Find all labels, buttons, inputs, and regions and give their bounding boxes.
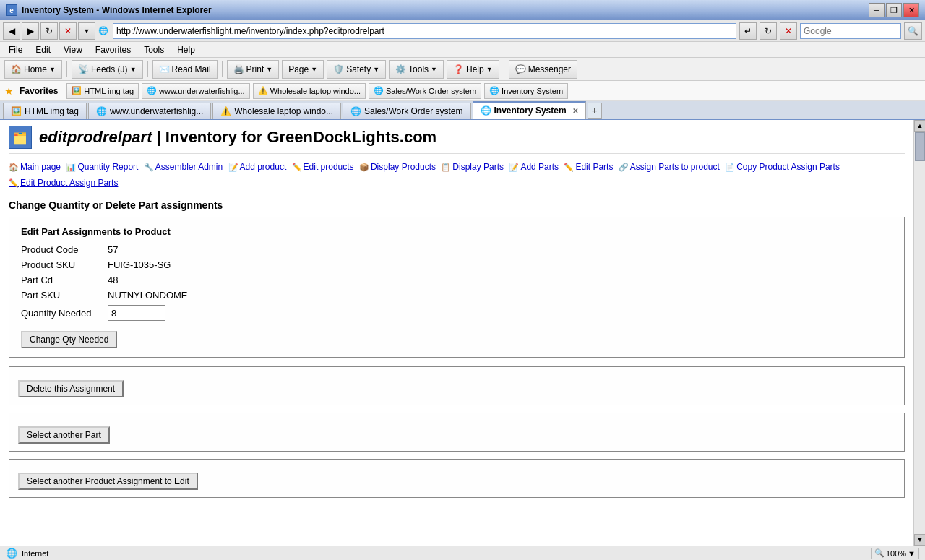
delete-section: Delete this Assignment (9, 366, 905, 405)
page-header: 🗂️ editprodrelpart | Inventory for Green… (9, 126, 905, 154)
nav-quantity-report[interactable]: 📊Quantity Report (66, 162, 138, 172)
tab-icon-4: 🌐 (481, 105, 491, 116)
delete-assignment-button[interactable]: Delete this Assignment (18, 380, 124, 397)
back-button[interactable]: ◀ (3, 22, 20, 40)
menu-tools[interactable]: Tools (138, 43, 170, 56)
feeds-button[interactable]: 📡 Feeds (J) ▼ (72, 60, 143, 79)
menu-edit[interactable]: Edit (30, 43, 56, 56)
restore-button[interactable]: ❐ (886, 3, 902, 17)
tabs-bar: 🖼️ HTML img tag 🌐 www.underwaterfishlig.… (0, 101, 925, 120)
zoom-level: 100% (886, 549, 906, 558)
menu-bar: File Edit View Favorites Tools Help (0, 42, 925, 58)
tools-button[interactable]: ⚙️ Tools ▼ (389, 60, 444, 79)
scroll-up-button[interactable]: ▲ (914, 120, 925, 132)
window-title: Inventory System - Windows Internet Expl… (22, 5, 212, 15)
nav-main-page[interactable]: 🏠Main page (9, 162, 61, 172)
nav-add-product[interactable]: 📝Add product (228, 162, 287, 172)
internet-icon: 🌐 (6, 548, 17, 559)
forward-button[interactable]: ▶ (22, 22, 39, 40)
select-another-part-button[interactable]: Select another Part (18, 426, 110, 444)
window-controls: ─ ❐ ✕ (869, 3, 919, 17)
stop-button[interactable]: ✕ (59, 22, 77, 40)
minimize-button[interactable]: ─ (869, 3, 885, 17)
toolbar-separator-1 (66, 61, 67, 77)
nav-edit-product-assign[interactable]: ✏️Edit Product Assign Parts (9, 178, 118, 188)
nav-links: 🏠Main page 📊Quantity Report 🔧Assembler A… (9, 160, 905, 191)
select-part-section: Select another Part (9, 413, 905, 452)
menu-file[interactable]: File (3, 43, 28, 56)
safety-button[interactable]: 🛡️ Safety ▼ (327, 60, 386, 79)
refresh-btn2[interactable]: ↻ (760, 22, 777, 40)
tab-inventory-system[interactable]: 🌐 Inventory System ✕ (473, 101, 586, 119)
scrollbar[interactable]: ▲ ▼ (913, 120, 925, 546)
app-icon: e (6, 4, 17, 16)
tools-dropdown-icon: ▼ (431, 66, 437, 73)
nav-assembler-admin[interactable]: 🔧Assembler Admin (144, 162, 223, 172)
toolbar-separator-4 (504, 61, 504, 77)
nav-add-parts[interactable]: 📝Add Parts (509, 162, 559, 172)
fav-sales-work-order[interactable]: 🌐 Sales/Work Order system (369, 83, 481, 99)
zoom-control[interactable]: 🔍 100% ▼ (871, 548, 919, 559)
status-right: 🔍 100% ▼ (871, 548, 919, 559)
nav-dropdown[interactable]: ▼ (78, 22, 95, 40)
messenger-icon: 💬 (515, 64, 526, 74)
favorites-label: Favorites (20, 86, 58, 96)
product-code-row: Product Code 57 (21, 244, 892, 255)
menu-help[interactable]: Help (171, 43, 201, 56)
tab-icon-3: 🌐 (350, 106, 361, 116)
toolbar: 🏠 Home ▼ 📡 Feeds (J) ▼ ✉️ Read Mail 🖨️ P… (0, 58, 925, 81)
tab-close-button[interactable]: ✕ (572, 107, 578, 115)
fav-icon-4: 🌐 (489, 86, 499, 95)
nav-edit-parts[interactable]: ✏️Edit Parts (564, 162, 613, 172)
tab-sales-work-order[interactable]: 🌐 Sales/Work Order system (343, 103, 470, 119)
scroll-down-button[interactable]: ▼ (914, 534, 925, 546)
quantity-input[interactable] (108, 305, 165, 321)
nav-assign-parts[interactable]: 🔗Assign Parts to product (619, 162, 720, 172)
tab-underwaterfishlig[interactable]: 🌐 www.underwaterfishlig... (88, 103, 211, 119)
home-button[interactable]: 🏠 Home ▼ (4, 60, 62, 79)
fav-html-img-tag[interactable]: 🖼️ HTML img tag (66, 83, 139, 99)
change-qty-button[interactable]: Change Qty Needed (21, 331, 117, 348)
search-button[interactable]: 🔍 (904, 22, 922, 40)
print-button[interactable]: 🖨️ Print ▼ (227, 60, 280, 79)
form-box: Edit Part Assignments to Product Product… (9, 217, 905, 358)
refresh-button[interactable]: ↻ (40, 22, 58, 40)
help-button[interactable]: ❓ Help ▼ (447, 60, 499, 79)
fav-wholesale[interactable]: ⚠️ Wholesale laptop windo... (253, 83, 366, 99)
scroll-thumb[interactable] (915, 132, 925, 161)
messenger-button[interactable]: 💬 Messenger (509, 60, 577, 79)
nav-display-products[interactable]: 📦Display Products (359, 162, 436, 172)
status-text: Internet (22, 549, 48, 558)
fav-inventory-system[interactable]: 🌐 Inventory System (484, 83, 568, 99)
fav-underwaterfishlig[interactable]: 🌐 www.underwaterfishlig... (142, 83, 250, 99)
quantity-label: Quantity Needed (21, 308, 108, 319)
select-another-assignment-button[interactable]: Select another Product Assignment to Edi… (18, 473, 198, 490)
part-sku-label: Part SKU (21, 290, 108, 301)
menu-favorites[interactable]: Favorites (90, 43, 137, 56)
safety-icon: 🛡️ (333, 64, 344, 74)
read-mail-button[interactable]: ✉️ Read Mail (152, 60, 218, 79)
address-label: 🌐 (98, 26, 108, 35)
go-button[interactable]: ↵ (739, 22, 757, 40)
close-button[interactable]: ✕ (903, 3, 919, 17)
fav-icon-3: 🌐 (374, 86, 384, 95)
stop-btn2[interactable]: ✕ (780, 22, 797, 40)
part-sku-value: NUTNYLONDOME (108, 290, 188, 301)
product-code-label: Product Code (21, 244, 108, 255)
fav-icon-0: 🖼️ (72, 86, 82, 95)
menu-view[interactable]: View (58, 43, 88, 56)
address-input[interactable] (113, 23, 736, 39)
page-button[interactable]: Page ▼ (282, 60, 324, 79)
zoom-icon: 🔍 (874, 548, 885, 558)
main-content: 🗂️ editprodrelpart | Inventory for Green… (0, 120, 913, 546)
feeds-dropdown-icon: ▼ (130, 66, 137, 73)
fav-icon-1: 🌐 (147, 86, 157, 95)
tab-wholesale[interactable]: ⚠️ Wholesale laptop windo... (212, 103, 341, 119)
nav-copy-product-assign[interactable]: 📄Copy Product Assign Parts (725, 162, 840, 172)
search-input[interactable] (800, 23, 901, 39)
nav-edit-products[interactable]: ✏️Edit products (292, 162, 354, 172)
tab-html-img-tag[interactable]: 🖼️ HTML img tag (3, 103, 87, 119)
new-tab-button[interactable]: + (588, 103, 602, 119)
page-title: editprodrelpart | Inventory for GreenDoc… (39, 128, 436, 147)
nav-display-parts[interactable]: 📋Display Parts (441, 162, 504, 172)
